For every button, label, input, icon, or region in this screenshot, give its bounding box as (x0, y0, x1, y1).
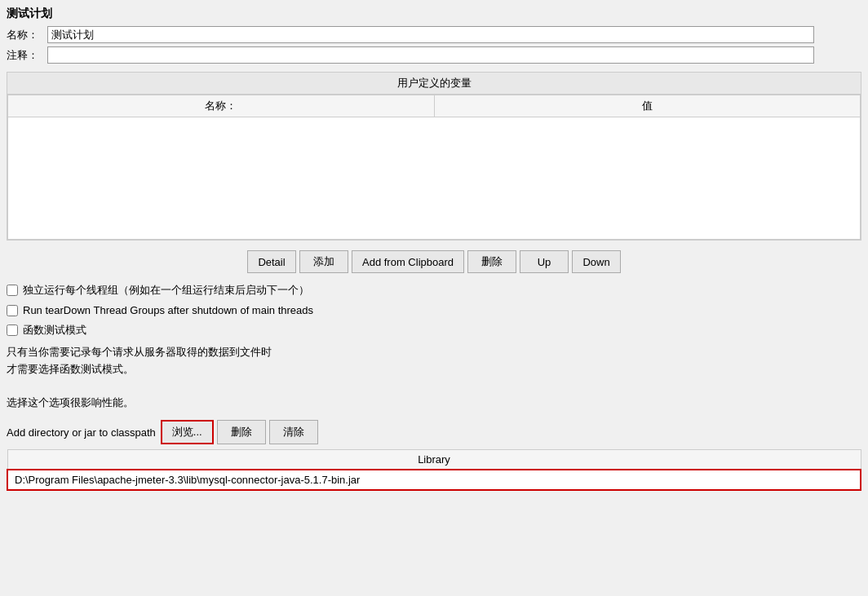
description-text: 只有当你需要记录每个请求从服务器取得的数据到文件时 才需要选择函数测试模式。 选… (7, 344, 861, 412)
section-title: 测试计划 (7, 7, 861, 21)
classpath-section: Add directory or jar to classpath 浏览... … (7, 420, 861, 491)
browse-button[interactable]: 浏览... (161, 420, 214, 444)
table-body-area (7, 117, 861, 240)
name-label: 名称： (7, 28, 47, 42)
classpath-label: Add directory or jar to classpath (7, 426, 156, 439)
library-table: Library D:\Program Files\apache-jmeter-3… (7, 449, 861, 491)
comment-label: 注释： (7, 48, 47, 63)
checkbox-run-teardown-label: Run tearDown Thread Groups after shutdow… (23, 304, 313, 316)
classpath-buttons: 浏览... 删除 清除 (161, 420, 318, 444)
variables-header: 用户定义的变量 (7, 73, 861, 95)
comment-group: 注释： (7, 46, 861, 64)
detail-button[interactable]: Detail (247, 250, 296, 273)
checkbox-run-teardown[interactable] (7, 305, 18, 316)
variables-table: 名称： 值 (7, 95, 861, 117)
checkbox-run-teardown-row: Run tearDown Thread Groups after shutdow… (7, 304, 861, 316)
add-button[interactable]: 添加 (299, 250, 348, 273)
classpath-delete-button[interactable]: 删除 (217, 420, 266, 444)
col-name-header: 名称： (8, 95, 435, 117)
checkbox-functional-label: 函数测试模式 (23, 323, 86, 338)
col-value-header: 值 (434, 95, 861, 117)
name-input[interactable] (47, 26, 814, 43)
delete-button[interactable]: 删除 (467, 250, 516, 273)
desc-line3 (7, 378, 861, 395)
comment-input[interactable] (47, 46, 814, 64)
classpath-row: Add directory or jar to classpath 浏览... … (7, 420, 861, 444)
name-group: 名称： (7, 26, 861, 43)
variables-section: 用户定义的变量 名称： 值 (7, 72, 861, 241)
library-section: Library D:\Program Files\apache-jmeter-3… (7, 449, 861, 491)
library-header: Library (7, 450, 861, 470)
buttons-row: Detail 添加 Add from Clipboard 删除 Up Down (7, 247, 861, 276)
checkbox-functional[interactable] (7, 324, 18, 336)
desc-line4: 选择这个选项很影响性能。 (7, 395, 861, 412)
main-container: 测试计划 名称： 注释： 用户定义的变量 名称： 值 Detail 添加 Add… (0, 0, 868, 497)
checkbox-run-each-label: 独立运行每个线程组（例如在一个组运行结束后启动下一个） (23, 283, 309, 298)
checkbox-run-each[interactable] (7, 285, 18, 296)
library-row[interactable]: D:\Program Files\apache-jmeter-3.3\lib\m… (7, 470, 861, 490)
checkbox-functional-row: 函数测试模式 (7, 323, 861, 338)
up-button[interactable]: Up (520, 250, 569, 273)
desc-line2: 才需要选择函数测试模式。 (7, 361, 861, 378)
checkbox-run-each-row: 独立运行每个线程组（例如在一个组运行结束后启动下一个） (7, 283, 861, 298)
classpath-clear-button[interactable]: 清除 (269, 420, 318, 444)
add-from-clipboard-button[interactable]: Add from Clipboard (352, 250, 464, 273)
library-path: D:\Program Files\apache-jmeter-3.3\lib\m… (7, 470, 861, 490)
down-button[interactable]: Down (572, 250, 621, 273)
desc-line1: 只有当你需要记录每个请求从服务器取得的数据到文件时 (7, 344, 861, 361)
